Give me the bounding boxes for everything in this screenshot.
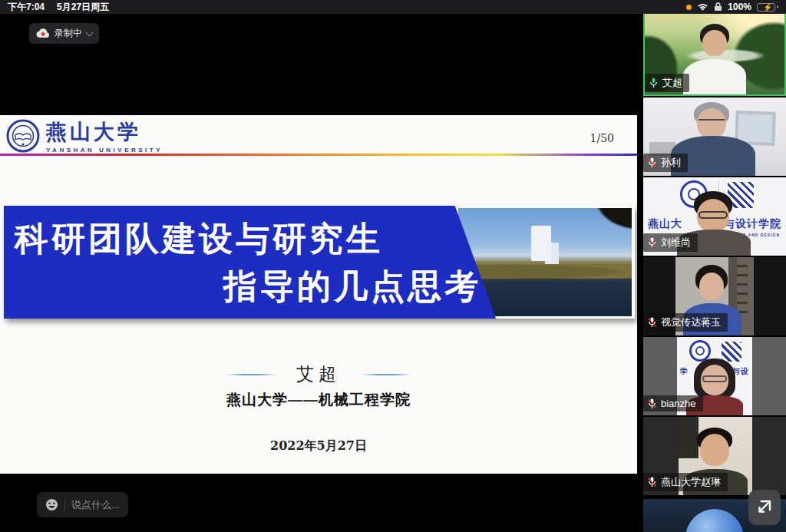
- participant-name-tag: 艾超: [645, 74, 689, 92]
- mic-muted-icon: [647, 398, 657, 409]
- university-name-en: YANSHAN UNIVERSITY: [46, 147, 163, 154]
- participant-tile-bianzhe[interactable]: 学 与设 bianzhe: [643, 337, 786, 415]
- decorative-line-left: [226, 374, 276, 375]
- participant-name-tag: 燕山大学赵琳: [643, 473, 728, 491]
- status-bar-right: 100% ⚡: [686, 2, 778, 12]
- person-body: [683, 59, 746, 94]
- presenter-row: 艾超: [0, 362, 637, 386]
- slide-page-indicator: 1/50: [590, 132, 614, 144]
- participant-name: 燕山大学赵琳: [661, 475, 721, 489]
- backdrop-text-cn-right: 与设计学院: [724, 217, 781, 231]
- university-logo: 燕山大学 YANSHAN UNIVERSITY: [6, 118, 163, 154]
- participant-name-tag: 视觉传达蒋玉: [643, 313, 728, 332]
- mic-on-icon: [649, 78, 659, 88]
- participant-name-tag: 孙利: [643, 154, 688, 172]
- autumn-trees: [458, 264, 632, 279]
- door-frame: [679, 417, 698, 458]
- mic-muted-icon: [647, 477, 657, 487]
- wifi-icon: [697, 3, 708, 12]
- participant-name: 刘维尚: [661, 236, 691, 249]
- mic-muted-icon: [647, 157, 657, 168]
- person-glasses: [698, 211, 728, 219]
- university-seal-icon: [6, 119, 40, 153]
- exit-fullscreen-button[interactable]: [748, 490, 781, 525]
- clock-date: 5月27日周五: [57, 1, 109, 14]
- participant-name: 孙利: [661, 156, 681, 170]
- avatar: [685, 509, 744, 532]
- campus-building: [531, 226, 551, 261]
- recording-badge[interactable]: 录制中: [29, 23, 99, 44]
- screen-share-slide[interactable]: 燕山大学 YANSHAN UNIVERSITY 1/50 科研团队建设与研究生 …: [0, 115, 637, 474]
- clock-time: 下午7:04: [8, 1, 45, 14]
- decorative-line-right: [361, 374, 411, 375]
- mic-in-use-indicator-icon: [686, 5, 692, 10]
- presenter-affiliation: 燕山大学——机械工程学院: [0, 390, 637, 410]
- presenter-name: 艾超: [296, 362, 341, 386]
- rainbow-divider: [0, 154, 637, 156]
- tree-branch: [587, 208, 632, 236]
- participant-tile-liuweishang[interactable]: 燕山大 与设计学院 OF ARTS AND DESIGN 刘维尚: [643, 177, 786, 256]
- chat-input[interactable]: 说点什么...: [37, 492, 128, 517]
- person-glasses: [702, 375, 727, 382]
- person-face: [699, 273, 724, 300]
- charging-bolt-icon: ⚡: [763, 3, 772, 12]
- participant-name-tag: 刘维尚: [643, 233, 698, 252]
- slide-title-line1: 科研团队建设与研究生: [15, 216, 383, 262]
- slide-title-line2: 指导的几点思考: [223, 264, 481, 309]
- title-banner: 科研团队建设与研究生 指导的几点思考: [4, 206, 635, 319]
- backdrop-text-cn-left: 燕山大: [648, 217, 682, 231]
- participant-name: 艾超: [662, 76, 682, 90]
- participant-tile-sunli[interactable]: 孙利: [643, 97, 786, 176]
- recording-badge-label: 录制中: [54, 27, 82, 40]
- participant-tile-jiangyu[interactable]: 视觉传达蒋玉: [643, 257, 786, 335]
- status-bar: 下午7:04 5月27日周五 100% ⚡: [0, 0, 786, 14]
- chat-divider: [64, 499, 65, 511]
- presentation-date: 2022年5月27日: [0, 438, 637, 454]
- battery-icon: ⚡: [757, 3, 778, 12]
- participant-name-tag: bianzhe: [643, 395, 703, 411]
- person-glasses: [698, 119, 725, 124]
- mic-muted-icon: [647, 317, 657, 328]
- emoji-icon[interactable]: [45, 498, 58, 511]
- chevron-down-icon: [86, 28, 94, 36]
- person-face: [700, 434, 729, 466]
- university-name-cn: 燕山大学: [46, 118, 163, 146]
- participant-tile-aichao[interactable]: 艾超: [643, 12, 786, 96]
- mic-muted-icon: [647, 237, 657, 248]
- chat-placeholder: 说点什么...: [71, 498, 120, 512]
- participant-tile-zhaolin[interactable]: 燕山大学赵琳: [643, 417, 786, 495]
- battery-percent-label: 100%: [728, 2, 751, 12]
- orientation-lock-icon: [714, 2, 722, 12]
- meeting-app-window: 下午7:04 5月27日周五 100% ⚡ 录制: [0, 0, 786, 532]
- person-face: [702, 30, 727, 56]
- minimize-arrow-icon: [755, 498, 774, 517]
- participant-name: bianzhe: [661, 398, 696, 409]
- cloud-record-icon: [36, 28, 50, 38]
- participant-name: 视觉传达蒋玉: [661, 316, 721, 329]
- status-bar-left: 下午7:04 5月27日周五: [8, 1, 109, 14]
